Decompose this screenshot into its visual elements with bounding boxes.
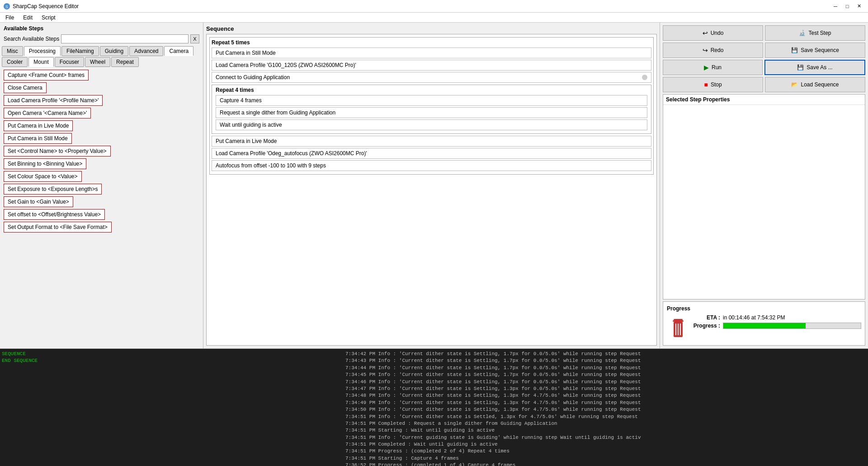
- tab-camera[interactable]: Camera: [164, 46, 193, 56]
- progress-section: Progress ETA : in 00:14:46 at 7: [663, 301, 865, 346]
- log-line: 7:34:43 PM Info : 'Current dither state …: [345, 357, 866, 364]
- log-line: 7:34:46 PM Info : 'Current dither state …: [345, 379, 866, 385]
- list-item[interactable]: Set Exposure to <Exposure Length>s: [4, 184, 102, 195]
- list-item[interactable]: Set Gain to <Gain Value>: [4, 196, 73, 207]
- tab-focuser[interactable]: Focuser: [55, 57, 84, 67]
- stop-button[interactable]: ■ Stop: [663, 77, 763, 92]
- second-buttons-row: ↪ Redo 💾 Save Sequence: [663, 43, 865, 58]
- redo-button[interactable]: ↪ Redo: [663, 43, 763, 58]
- list-item[interactable]: Capture <Frame Count> frames: [4, 70, 89, 81]
- inner-seq-dither[interactable]: Request a single dither from Guiding App…: [216, 107, 647, 118]
- load-sequence-button[interactable]: 📂 Load Sequence: [765, 77, 865, 92]
- maximize-button[interactable]: □: [842, 2, 853, 11]
- log-line: 7:34:45 PM Info : 'Current dither state …: [345, 371, 866, 378]
- inner-seq-capture[interactable]: Capture 4 frames: [216, 95, 647, 106]
- tab-wheel[interactable]: Wheel: [85, 57, 110, 67]
- run-label: Run: [712, 64, 722, 71]
- list-item[interactable]: Set Output Format to <File Save Format>: [4, 222, 112, 233]
- save-sequence-label: Save Sequence: [801, 47, 839, 53]
- inner-repeat-block: Repeat 4 times Capture 4 frames Request …: [212, 85, 651, 134]
- menu-edit[interactable]: Edit: [19, 14, 36, 22]
- menu-file[interactable]: File: [2, 14, 18, 22]
- eta-row: ETA : in 00:14:46 at 7:54:32 PM: [693, 314, 861, 321]
- save-as-label: Save As ...: [807, 64, 832, 71]
- eta-label: ETA :: [693, 314, 720, 321]
- inner-seq-wait-guiding[interactable]: Wait until guiding is active: [216, 119, 647, 130]
- seq-item-load-profile[interactable]: Load Camera Profile 'G100_120S (ZWO ASI2…: [212, 60, 651, 71]
- selected-props-header: Selected Step Properties: [663, 95, 865, 105]
- run-button[interactable]: ▶ Run: [663, 60, 763, 75]
- sequence-header: Sequence: [206, 25, 657, 32]
- svg-rect-3: [673, 320, 684, 322]
- load-sequence-icon: 📂: [791, 81, 798, 88]
- save-as-button[interactable]: 💾 Save As ...: [764, 60, 865, 75]
- stop-icon: ■: [704, 81, 708, 88]
- redo-label: Redo: [711, 47, 724, 53]
- list-item[interactable]: Load Camera Profile '<Profile Name>': [4, 95, 103, 106]
- tab-repeat[interactable]: Repeat: [111, 57, 139, 67]
- undo-button[interactable]: ↩ Undo: [663, 25, 763, 41]
- window-controls[interactable]: ─ □ ✕: [830, 2, 864, 11]
- search-label: Search Available Steps: [4, 36, 59, 42]
- title-bar-left: S SharpCap Sequence Editor: [4, 3, 79, 10]
- seq-item-load-autofocus-profile[interactable]: Load Camera Profile 'Odeg_autofocus (ZWO…: [212, 148, 651, 159]
- log-line: 7:34:44 PM Info : 'Current dither state …: [345, 365, 866, 371]
- svg-text:S: S: [5, 5, 8, 9]
- list-item[interactable]: Set offset to <Offset/Brightness Value>: [4, 209, 105, 220]
- steps-list: Capture <Frame Count> frames Close Camer…: [0, 68, 203, 348]
- log-line: 7:36:52 PM Progress : (completed 1 of 4)…: [345, 462, 866, 466]
- save-sequence-button[interactable]: 💾 Save Sequence: [765, 43, 865, 58]
- log-line: 7:34:51 PM Starting : Wait until guiding…: [345, 427, 866, 434]
- seq-item-still-mode[interactable]: Put Camera in Still Mode: [212, 48, 651, 58]
- test-step-button[interactable]: 🔬 Test Step: [765, 25, 865, 41]
- inner-repeat-header: Repeat 4 times: [216, 87, 647, 93]
- right-panel: ↩ Undo 🔬 Test Step ↪ Redo 💾 Save Sequenc…: [660, 23, 868, 348]
- app-title: SharpCap Sequence Editor: [13, 3, 79, 10]
- seq-item-connect-guiding[interactable]: Connect to Guiding Application: [212, 72, 651, 83]
- minimize-button[interactable]: ─: [830, 2, 841, 11]
- seq-item-live-mode[interactable]: Put Camera in Live Mode: [212, 136, 651, 147]
- log-line: 7:34:42 PM Info : 'Current dither state …: [345, 351, 866, 357]
- tab-guiding[interactable]: Guiding: [100, 46, 128, 56]
- list-item[interactable]: Open Camera '<Camera Name>': [4, 108, 91, 119]
- tab-cooler[interactable]: Cooler: [2, 57, 28, 67]
- log-line: 7:34:48 PM Info : 'Current dither state …: [345, 392, 866, 399]
- tab-filenaming[interactable]: FileNaming: [61, 46, 99, 56]
- progress-bar-row: Progress :: [693, 323, 861, 329]
- log-line: 7:34:51 PM Progress : (completed 2 of 4)…: [345, 448, 866, 455]
- seq-item-autofocus[interactable]: Autofocus from offset -100 to 100 with 9…: [212, 160, 651, 171]
- app-icon: S: [4, 3, 10, 10]
- progress-details: ETA : in 00:14:46 at 7:54:32 PM Progress…: [693, 314, 861, 331]
- load-sequence-label: Load Sequence: [801, 81, 839, 88]
- tab-processing[interactable]: Processing: [24, 46, 61, 56]
- list-item[interactable]: Close Camera: [4, 82, 47, 93]
- progress-bar-fill: [723, 323, 806, 328]
- main-content: Available Steps Search Available Steps X…: [0, 23, 868, 348]
- log-line: 7:34:51 PM Completed : Request a single …: [345, 420, 866, 427]
- test-icon: 🔬: [799, 30, 806, 36]
- delete-icon[interactable]: [667, 314, 689, 342]
- title-bar: S SharpCap Sequence Editor ─ □ ✕: [0, 0, 868, 13]
- left-panel: Available Steps Search Available Steps X…: [0, 23, 203, 348]
- available-steps-header: Available Steps: [0, 23, 203, 33]
- tab-misc[interactable]: Misc: [2, 46, 23, 56]
- test-step-label: Test Step: [808, 30, 831, 36]
- list-item[interactable]: Put Camera in Still Mode: [4, 133, 72, 144]
- third-buttons-row: ▶ Run 💾 Save As ...: [663, 60, 865, 75]
- menu-bar: File Edit Script: [0, 13, 868, 23]
- top-buttons-row: ↩ Undo 🔬 Test Step: [663, 25, 865, 41]
- progress-text-label: Progress :: [693, 323, 720, 329]
- list-item[interactable]: Put Camera in Live Mode: [4, 120, 73, 131]
- search-input[interactable]: [61, 34, 189, 43]
- svg-rect-2: [674, 319, 683, 320]
- tab-mount[interactable]: Mount: [28, 57, 53, 67]
- menu-script[interactable]: Script: [38, 14, 59, 22]
- list-item[interactable]: Set Colour Space to <Value>: [4, 171, 82, 182]
- close-button[interactable]: ✕: [854, 2, 864, 11]
- list-item[interactable]: Set Binning to <Binning Value>: [4, 158, 86, 169]
- list-item[interactable]: Set <Control Name> to <Property Value>: [4, 146, 111, 157]
- search-clear-button[interactable]: X: [190, 34, 199, 43]
- fourth-buttons-row: ■ Stop 📂 Load Sequence: [663, 77, 865, 92]
- tab-advanced[interactable]: Advanced: [129, 46, 163, 56]
- run-icon: ▶: [704, 64, 709, 71]
